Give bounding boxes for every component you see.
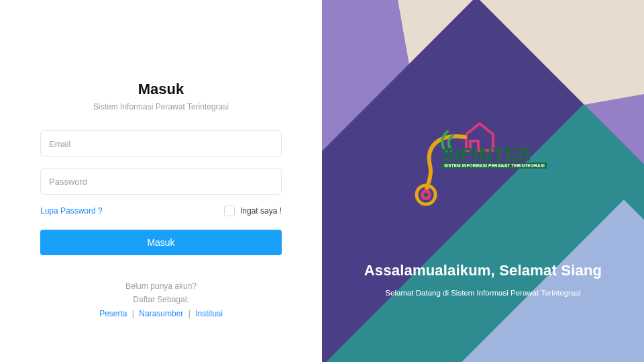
hero-subtitle: Selamat Datang di Sistem Informasi Peraw… xyxy=(342,289,624,297)
hero-title: Assalamualaikum, Selamat Siang xyxy=(342,262,624,279)
role-peserta-link[interactable]: Peserta xyxy=(99,309,127,318)
role-narasumber-link[interactable]: Narasumber xyxy=(139,309,183,318)
brand-name: SIPINTER xyxy=(442,144,547,165)
separator: | xyxy=(132,309,134,318)
login-subtitle: Sistem Informasi Perawat Terintegrasi xyxy=(40,102,282,111)
password-field[interactable] xyxy=(40,168,282,195)
login-panel: Masuk Sistem Informasi Perawat Terintegr… xyxy=(0,0,322,362)
helper-row: Lupa Password ? Ingat saya ! xyxy=(40,206,282,216)
separator: | xyxy=(189,309,191,318)
email-field[interactable] xyxy=(40,130,282,157)
no-account-text: Belum punya akun? xyxy=(40,279,282,293)
login-title: Masuk xyxy=(40,81,282,98)
signup-links: Peserta | Narasumber | Institusi xyxy=(40,307,282,320)
signup-block: Belum punya akun? Daftar Sebagai: Pesert… xyxy=(40,279,282,320)
brand-text-block: SIPINTER SISTEM INFORMASI PERAWAT TERINT… xyxy=(442,144,547,169)
hero-panel: SIPINTER SISTEM INFORMASI PERAWAT TERINT… xyxy=(322,0,644,362)
app-root: Masuk Sistem Informasi Perawat Terintegr… xyxy=(0,0,644,362)
brand-tagline: SISTEM INFORMASI PERAWAT TERINTEGRASI xyxy=(442,163,547,169)
forgot-password-link[interactable]: Lupa Password ? xyxy=(40,206,103,216)
submit-button[interactable]: Masuk xyxy=(40,230,282,255)
brand-logo: SIPINTER SISTEM INFORMASI PERAWAT TERINT… xyxy=(406,114,560,208)
role-institusi-link[interactable]: Institusi xyxy=(195,309,223,318)
remember-checkbox[interactable] xyxy=(224,206,235,216)
svg-point-2 xyxy=(424,193,428,197)
hero-text: Assalamualaikum, Selamat Siang Selamat D… xyxy=(322,262,644,297)
remember-me[interactable]: Ingat saya ! xyxy=(224,206,282,216)
remember-label: Ingat saya ! xyxy=(240,206,282,216)
register-as-text: Daftar Sebagai: xyxy=(40,293,282,306)
